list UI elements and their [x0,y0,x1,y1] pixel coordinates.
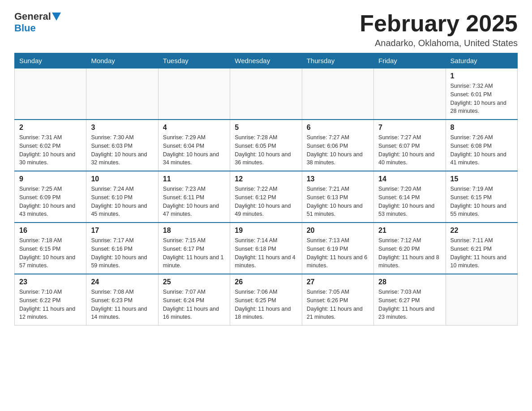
day-number: 18 [163,227,225,235]
logo[interactable]: General Blue [14,11,62,34]
day-info: Sunrise: 7:20 AMSunset: 6:14 PMDaylight:… [378,185,441,218]
day-info: Sunrise: 7:17 AMSunset: 6:16 PMDaylight:… [91,236,153,270]
day-info: Sunrise: 7:03 AMSunset: 6:27 PMDaylight:… [378,288,441,321]
calendar-header-row: Sunday Monday Tuesday Wednesday Thursday… [15,53,518,68]
table-row: 13Sunrise: 7:21 AMSunset: 6:13 PMDayligh… [302,171,373,223]
day-info: Sunrise: 7:07 AMSunset: 6:24 PMDaylight:… [163,288,225,321]
day-number: 10 [91,175,153,183]
calendar-week-5: 23Sunrise: 7:10 AMSunset: 6:22 PMDayligh… [15,274,518,325]
day-number: 17 [91,227,153,235]
table-row [230,68,302,120]
table-row [15,68,86,120]
day-number: 28 [378,278,441,286]
day-info: Sunrise: 7:26 AMSunset: 6:08 PMDaylight:… [450,133,513,167]
day-info: Sunrise: 7:23 AMSunset: 6:11 PMDaylight:… [163,185,225,218]
day-number: 13 [307,175,369,183]
day-info: Sunrise: 7:21 AMSunset: 6:13 PMDaylight:… [307,185,369,218]
day-number: 5 [235,124,297,132]
day-number: 9 [19,175,82,183]
day-number: 12 [235,175,297,183]
day-number: 27 [307,278,369,286]
day-number: 20 [307,227,369,235]
calendar-week-4: 16Sunrise: 7:18 AMSunset: 6:15 PMDayligh… [15,223,518,274]
day-number: 24 [91,278,153,286]
table-row [446,274,517,325]
month-title: February 2025 [360,11,518,36]
day-number: 6 [307,124,369,132]
day-info: Sunrise: 7:06 AMSunset: 6:25 PMDaylight:… [235,288,297,321]
day-info: Sunrise: 7:31 AMSunset: 6:02 PMDaylight:… [19,133,82,167]
table-row: 11Sunrise: 7:23 AMSunset: 6:11 PMDayligh… [158,171,230,223]
table-row: 18Sunrise: 7:15 AMSunset: 6:17 PMDayligh… [158,223,230,274]
logo-triangle-icon [52,13,61,21]
day-info: Sunrise: 7:30 AMSunset: 6:03 PMDaylight:… [91,133,153,167]
day-info: Sunrise: 7:27 AMSunset: 6:06 PMDaylight:… [307,133,369,167]
table-row: 17Sunrise: 7:17 AMSunset: 6:16 PMDayligh… [86,223,158,274]
calendar-week-3: 9Sunrise: 7:25 AMSunset: 6:09 PMDaylight… [15,171,518,223]
table-row: 21Sunrise: 7:12 AMSunset: 6:20 PMDayligh… [374,223,446,274]
table-row: 22Sunrise: 7:11 AMSunset: 6:21 PMDayligh… [446,223,517,274]
table-row: 3Sunrise: 7:30 AMSunset: 6:03 PMDaylight… [86,120,158,171]
day-info: Sunrise: 7:32 AMSunset: 6:01 PMDaylight:… [450,82,513,116]
day-info: Sunrise: 7:05 AMSunset: 6:26 PMDaylight:… [307,288,369,321]
table-row: 12Sunrise: 7:22 AMSunset: 6:12 PMDayligh… [230,171,302,223]
day-number: 14 [378,175,441,183]
day-number: 23 [19,278,82,286]
day-number: 19 [235,227,297,235]
calendar-week-2: 2Sunrise: 7:31 AMSunset: 6:02 PMDaylight… [15,120,518,171]
table-row: 16Sunrise: 7:18 AMSunset: 6:15 PMDayligh… [15,223,86,274]
table-row: 14Sunrise: 7:20 AMSunset: 6:14 PMDayligh… [374,171,446,223]
day-number: 25 [163,278,225,286]
day-number: 7 [378,124,441,132]
day-info: Sunrise: 7:19 AMSunset: 6:15 PMDaylight:… [450,185,513,218]
day-info: Sunrise: 7:08 AMSunset: 6:23 PMDaylight:… [91,288,153,321]
col-friday: Friday [374,53,446,68]
table-row: 19Sunrise: 7:14 AMSunset: 6:18 PMDayligh… [230,223,302,274]
day-info: Sunrise: 7:10 AMSunset: 6:22 PMDaylight:… [19,288,82,321]
table-row: 26Sunrise: 7:06 AMSunset: 6:25 PMDayligh… [230,274,302,325]
day-info: Sunrise: 7:11 AMSunset: 6:21 PMDaylight:… [450,236,513,270]
day-number: 4 [163,124,225,132]
table-row: 24Sunrise: 7:08 AMSunset: 6:23 PMDayligh… [86,274,158,325]
table-row: 4Sunrise: 7:29 AMSunset: 6:04 PMDaylight… [158,120,230,171]
table-row: 28Sunrise: 7:03 AMSunset: 6:27 PMDayligh… [374,274,446,325]
table-row: 25Sunrise: 7:07 AMSunset: 6:24 PMDayligh… [158,274,230,325]
day-number: 3 [91,124,153,132]
day-number: 11 [163,175,225,183]
table-row: 1Sunrise: 7:32 AMSunset: 6:01 PMDaylight… [446,68,517,120]
table-row: 10Sunrise: 7:24 AMSunset: 6:10 PMDayligh… [86,171,158,223]
table-row: 5Sunrise: 7:28 AMSunset: 6:05 PMDaylight… [230,120,302,171]
table-row: 2Sunrise: 7:31 AMSunset: 6:02 PMDaylight… [15,120,86,171]
col-wednesday: Wednesday [230,53,302,68]
table-row: 27Sunrise: 7:05 AMSunset: 6:26 PMDayligh… [302,274,373,325]
location-subtitle: Anadarko, Oklahoma, United States [360,38,518,48]
day-info: Sunrise: 7:25 AMSunset: 6:09 PMDaylight:… [19,185,82,218]
logo-blue-text: Blue [14,22,36,34]
col-sunday: Sunday [15,53,86,68]
day-info: Sunrise: 7:28 AMSunset: 6:05 PMDaylight:… [235,133,297,167]
table-row: 8Sunrise: 7:26 AMSunset: 6:08 PMDaylight… [446,120,517,171]
page-header: General Blue February 2025 Anadarko, Okl… [14,11,518,48]
day-info: Sunrise: 7:12 AMSunset: 6:20 PMDaylight:… [378,236,441,270]
table-row: 15Sunrise: 7:19 AMSunset: 6:15 PMDayligh… [446,171,517,223]
day-number: 22 [450,227,513,235]
day-number: 1 [450,72,513,80]
calendar-week-1: 1Sunrise: 7:32 AMSunset: 6:01 PMDaylight… [15,68,518,120]
table-row: 7Sunrise: 7:27 AMSunset: 6:07 PMDaylight… [374,120,446,171]
title-block: February 2025 Anadarko, Oklahoma, United… [360,11,518,48]
logo-general-text: General [14,11,51,22]
table-row: 23Sunrise: 7:10 AMSunset: 6:22 PMDayligh… [15,274,86,325]
calendar-table: Sunday Monday Tuesday Wednesday Thursday… [14,53,518,325]
day-number: 21 [378,227,441,235]
table-row [374,68,446,120]
table-row: 20Sunrise: 7:13 AMSunset: 6:19 PMDayligh… [302,223,373,274]
col-thursday: Thursday [302,53,373,68]
table-row [86,68,158,120]
day-info: Sunrise: 7:22 AMSunset: 6:12 PMDaylight:… [235,185,297,218]
col-monday: Monday [86,53,158,68]
day-info: Sunrise: 7:18 AMSunset: 6:15 PMDaylight:… [19,236,82,270]
day-number: 16 [19,227,82,235]
day-number: 15 [450,175,513,183]
day-number: 2 [19,124,82,132]
table-row [158,68,230,120]
